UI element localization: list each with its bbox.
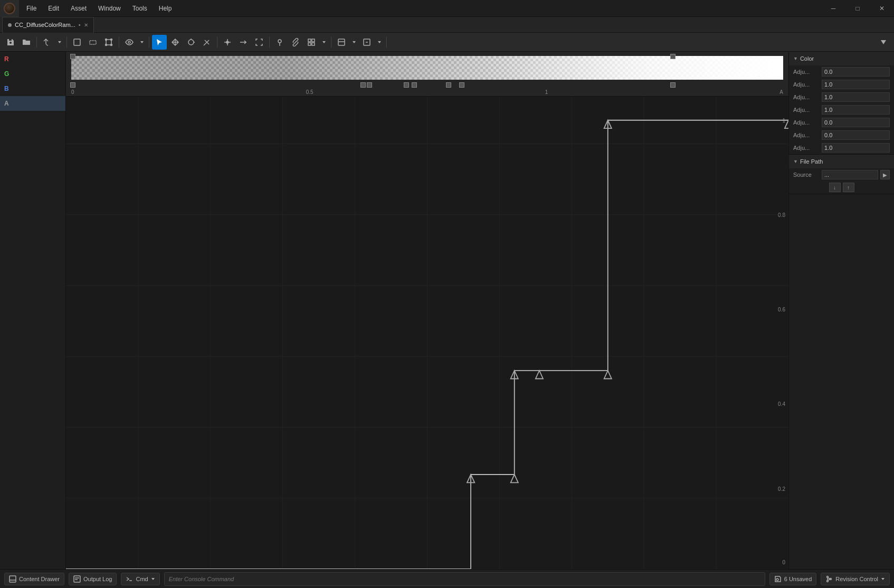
layout-dropdown[interactable] [350, 35, 358, 50]
curve-svg [66, 97, 788, 569]
right-panel: ▼ Color Adju... 0.0 Adju... 1.0 Adju... … [788, 52, 894, 569]
channel-b-label: B [4, 85, 9, 92]
settings-dropdown[interactable] [375, 35, 384, 50]
content-drawer-button[interactable]: Content Drawer [4, 573, 64, 585]
transform-tool[interactable] [101, 35, 116, 50]
tab-close-button[interactable]: ✕ [84, 22, 88, 28]
menu-asset[interactable]: Asset [65, 3, 92, 14]
menu-bar: File Edit Asset Window Tools Help [19, 0, 179, 17]
curve-area: 0 0.5 1 A 1 0.8 0.6 0.4 0.2 0 [66, 52, 788, 569]
curve-point-6[interactable] [604, 371, 612, 378]
svg-rect-11 [308, 39, 311, 42]
output-log-button[interactable]: Output Log [69, 573, 117, 585]
revision-control-icon [825, 575, 833, 583]
channel-g-label: G [4, 70, 9, 78]
source-arrow-button[interactable]: ▶ [880, 170, 890, 179]
minimize-button[interactable]: ─ [821, 0, 845, 17]
menu-edit[interactable]: Edit [43, 3, 64, 14]
curve-canvas: 1 0.8 0.6 0.4 0.2 0 [66, 97, 788, 569]
strip-handle-top-end[interactable] [670, 54, 676, 59]
svg-point-37 [827, 580, 829, 582]
eye-dropdown[interactable] [138, 35, 146, 50]
nav-up-button[interactable]: ↑ [843, 183, 854, 192]
channel-g[interactable]: G [0, 67, 65, 81]
channel-r[interactable]: R [0, 52, 65, 67]
scale-label-05: 0.5 [306, 89, 313, 95]
cursor-tool[interactable] [152, 35, 167, 50]
color-section-label: Color [800, 55, 814, 62]
auto-scroll-tool[interactable] [236, 35, 251, 50]
console-input[interactable] [164, 572, 765, 586]
adjust-label-6: Adju... [793, 145, 820, 151]
rotate-tool[interactable] [184, 35, 198, 50]
toolbar-separator-6 [269, 37, 270, 48]
grid-dropdown[interactable] [320, 35, 328, 50]
adjust-value-3[interactable]: 1.0 [822, 105, 890, 115]
active-tab[interactable]: CC_DiffuseColorRam... • ✕ [2, 17, 94, 33]
eye-tool[interactable] [122, 35, 137, 50]
maximize-button[interactable]: □ [845, 0, 870, 17]
color-adjust-row-5: Adju... 0.0 [789, 129, 894, 141]
toolbar-history-btn[interactable] [40, 35, 54, 50]
select-tool[interactable] [70, 35, 84, 50]
toolbar-history-dropdown[interactable] [55, 35, 64, 50]
main-content: R G B A 0 [0, 52, 894, 569]
scale-tool[interactable] [199, 35, 214, 50]
menu-window[interactable]: Window [93, 3, 126, 14]
nav-down-button[interactable]: ↓ [829, 183, 841, 192]
gradient-strip [71, 56, 783, 80]
move-tool[interactable] [168, 35, 183, 50]
layout-tool[interactable] [334, 35, 349, 50]
curve-point-3[interactable] [511, 475, 518, 482]
toolbar-separator-3 [119, 37, 119, 48]
curve-point-5[interactable] [536, 371, 543, 378]
curve-point-8[interactable] [785, 120, 788, 128]
adjust-value-0[interactable]: 0.0 [822, 67, 890, 77]
source-input[interactable]: ... [822, 170, 878, 179]
menu-help[interactable]: Help [154, 3, 177, 14]
open-button[interactable] [19, 35, 34, 50]
menu-file[interactable]: File [21, 3, 42, 14]
cmd-icon [126, 575, 133, 583]
adjust-value-2[interactable]: 1.0 [822, 92, 890, 102]
cmd-button[interactable]: Cmd [121, 573, 159, 585]
revision-control-button[interactable]: Revision Control [821, 573, 890, 585]
channel-r-label: R [4, 55, 9, 63]
file-path-section: ▼ File Path Source ... ▶ ↓ ↑ [789, 155, 894, 194]
file-path-section-header[interactable]: ▼ File Path [789, 155, 894, 168]
settings-tool[interactable] [359, 35, 374, 50]
adjust-value-6[interactable]: 1.0 [822, 143, 890, 153]
svg-point-6 [111, 44, 112, 45]
toolbar-separator-4 [149, 37, 149, 48]
svg-point-36 [827, 576, 829, 577]
grid-tool[interactable] [304, 35, 319, 50]
menu-tools[interactable]: Tools [127, 3, 153, 14]
adjust-value-5[interactable]: 0.0 [822, 130, 890, 140]
close-button[interactable]: ✕ [870, 0, 894, 17]
unreal-logo [4, 3, 15, 14]
color-section-header[interactable]: ▼ Color [789, 52, 894, 65]
unsaved-icon [774, 575, 782, 583]
snap-tool[interactable] [220, 35, 235, 50]
adjust-value-4[interactable]: 0.0 [822, 118, 890, 127]
channel-a[interactable]: A [0, 96, 65, 111]
save-button[interactable] [3, 35, 18, 50]
svg-point-9 [226, 41, 229, 43]
fit-view-tool[interactable] [252, 35, 267, 50]
expand-toolbar[interactable] [876, 35, 891, 50]
toolbar-separator-8 [386, 37, 387, 48]
channel-b[interactable]: B [0, 81, 65, 96]
tab-label: CC_DiffuseColorRam... [15, 22, 75, 28]
status-right: 6 Unsaved Revision Control [769, 573, 890, 585]
strip-handle-top-start[interactable] [70, 54, 75, 59]
toolbar-separator-5 [217, 37, 217, 48]
file-path-arrow: ▼ [793, 159, 798, 164]
link-tool[interactable] [288, 35, 303, 50]
color-adjust-row-4: Adju... 0.0 [789, 116, 894, 129]
lasso-tool[interactable] [85, 35, 100, 50]
adjust-value-1[interactable]: 1.0 [822, 80, 890, 89]
pin-tool[interactable] [272, 35, 287, 50]
cmd-label: Cmd [136, 576, 148, 582]
unsaved-button[interactable]: 6 Unsaved [769, 573, 817, 585]
scale-label-0: 0 [71, 89, 74, 95]
